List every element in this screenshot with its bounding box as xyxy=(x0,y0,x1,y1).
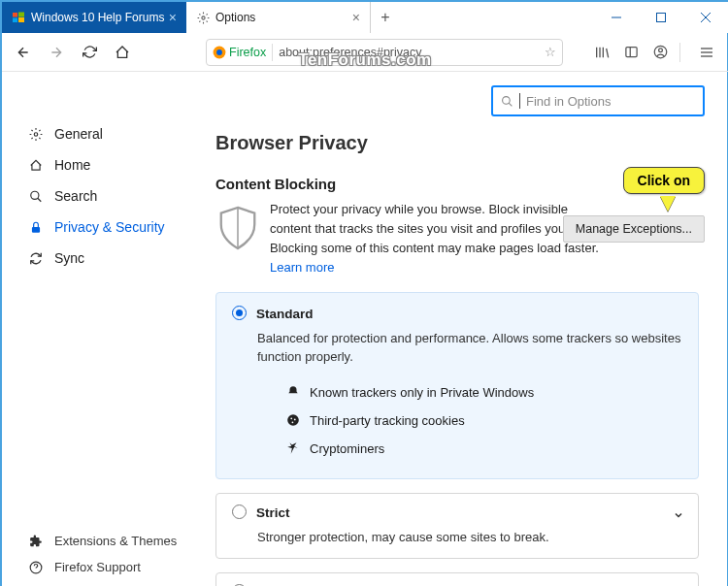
svg-rect-6 xyxy=(657,14,666,22)
sidebar-item-privacy[interactable]: Privacy & Security xyxy=(2,212,188,243)
svg-line-24 xyxy=(509,103,512,106)
identity-block[interactable]: Firefox xyxy=(213,46,266,59)
option-title: Strict xyxy=(256,505,290,520)
navigation-toolbar: Firefox about:preferences#privacy ☆ xyxy=(2,33,728,72)
sidebar-item-sync[interactable]: Sync xyxy=(2,243,188,274)
svg-point-25 xyxy=(287,414,299,426)
feature-label: Known trackers only in Private Windows xyxy=(310,385,534,400)
svg-rect-21 xyxy=(32,226,40,232)
tab-close-icon[interactable]: × xyxy=(352,10,360,25)
option-standard[interactable]: Standard Balanced for protection and per… xyxy=(215,292,699,479)
back-button[interactable] xyxy=(10,39,37,66)
option-desc: Balanced for protection and performance.… xyxy=(257,329,682,367)
feature-cookies: Third-party tracking cookies xyxy=(286,407,682,435)
intro-text: Protect your privacy while you browse. B… xyxy=(270,200,610,278)
toolbar-right xyxy=(569,39,720,66)
shield-icon xyxy=(215,204,260,252)
puzzle-icon xyxy=(29,535,43,548)
feature-label: Third-party tracking cookies xyxy=(310,413,465,428)
browser-tabs: Windows 10 Help Forums × Options × + xyxy=(2,2,594,33)
separator xyxy=(679,43,687,62)
option-custom[interactable]: Custom Choose what to block. xyxy=(215,572,699,586)
feature-trackers: Known trackers only in Private Windows xyxy=(286,378,682,407)
svg-point-4 xyxy=(201,16,204,18)
windows-favicon xyxy=(12,11,25,24)
tab-label: Windows 10 Help Forums xyxy=(31,11,164,24)
preferences-content: Find in Options Browser Privacy Content … xyxy=(188,72,728,586)
sidebar-icon[interactable] xyxy=(617,39,645,66)
home-icon xyxy=(29,158,43,172)
trackers-icon xyxy=(286,385,300,399)
svg-point-19 xyxy=(31,191,39,199)
feature-cryptominers: Cryptominers xyxy=(286,435,682,463)
annotation-callout: Click on xyxy=(623,167,705,194)
sidebar-item-label: Home xyxy=(54,157,90,173)
page-title: Browser Privacy xyxy=(215,132,705,154)
sync-icon xyxy=(29,251,43,265)
tab-close-icon[interactable]: × xyxy=(169,10,177,25)
url-text: about:preferences#privacy xyxy=(279,46,421,59)
library-icon[interactable] xyxy=(588,39,615,66)
radio-strict[interactable] xyxy=(232,505,247,519)
radio-standard[interactable] xyxy=(232,306,247,320)
sidebar-item-label: General xyxy=(54,126,103,142)
help-icon xyxy=(29,561,43,574)
text-caret xyxy=(519,93,520,109)
learn-more-link[interactable]: Learn more xyxy=(270,260,334,275)
svg-rect-1 xyxy=(18,13,24,17)
svg-rect-0 xyxy=(13,13,17,17)
tab-label: Options xyxy=(215,11,255,24)
option-desc: Stronger protection, may cause some site… xyxy=(257,528,682,547)
svg-point-23 xyxy=(503,96,511,104)
option-title-row: Strict xyxy=(232,505,682,520)
svg-rect-11 xyxy=(625,48,636,57)
url-bar[interactable]: Firefox about:preferences#privacy ☆ xyxy=(206,39,563,66)
sidebar-item-label: Firefox Support xyxy=(54,560,141,574)
sidebar-extensions[interactable]: Extensions & Themes xyxy=(2,528,188,554)
new-tab-button[interactable]: + xyxy=(371,2,400,33)
svg-point-26 xyxy=(290,417,292,419)
option-strict[interactable]: Strict Stronger protection, may cause so… xyxy=(215,493,699,560)
divider xyxy=(272,44,273,61)
svg-rect-2 xyxy=(13,18,17,23)
minimize-button[interactable] xyxy=(594,2,639,33)
maximize-button[interactable] xyxy=(639,2,683,33)
identity-label: Firefox xyxy=(229,46,266,59)
tab-background[interactable]: Windows 10 Help Forums × xyxy=(2,2,186,33)
options-favicon xyxy=(196,11,210,24)
sidebar-item-general[interactable]: General xyxy=(2,118,188,149)
svg-line-20 xyxy=(38,198,42,202)
titlebar: Windows 10 Help Forums × Options × + xyxy=(2,2,728,33)
window-controls xyxy=(594,2,728,33)
menu-button[interactable] xyxy=(693,39,720,66)
svg-point-28 xyxy=(292,422,294,424)
standard-features: Known trackers only in Private Windows T… xyxy=(286,378,682,463)
cookies-icon xyxy=(286,413,300,427)
content-blocking-intro: Protect your privacy while you browse. B… xyxy=(215,200,705,278)
account-icon[interactable] xyxy=(646,39,674,66)
search-icon xyxy=(29,189,43,203)
chevron-down-icon[interactable] xyxy=(673,507,684,525)
cryptominers-icon xyxy=(286,441,300,455)
tab-active[interactable]: Options × xyxy=(186,2,371,33)
home-button[interactable] xyxy=(109,39,136,66)
search-placeholder: Find in Options xyxy=(526,94,611,109)
preferences-sidebar: General Home Search Privacy & Security S… xyxy=(2,72,188,586)
sidebar-item-label: Privacy & Security xyxy=(54,219,165,235)
sidebar-item-search[interactable]: Search xyxy=(2,180,188,212)
lock-icon xyxy=(29,220,43,234)
manage-exceptions-button[interactable]: Manage Exceptions... xyxy=(563,215,705,243)
find-in-options[interactable]: Find in Options xyxy=(491,85,705,116)
sidebar-item-home[interactable]: Home xyxy=(2,149,188,180)
search-icon xyxy=(501,95,513,108)
sidebar-item-label: Extensions & Themes xyxy=(54,534,177,548)
feature-label: Cryptominers xyxy=(310,441,384,456)
forward-button[interactable] xyxy=(43,39,70,66)
bookmark-star-icon[interactable]: ☆ xyxy=(545,45,556,59)
option-title-row: Standard xyxy=(232,307,682,321)
close-window-button[interactable] xyxy=(683,2,728,33)
svg-point-18 xyxy=(34,132,38,136)
reload-button[interactable] xyxy=(76,39,103,66)
svg-point-27 xyxy=(294,419,296,421)
sidebar-support[interactable]: Firefox Support xyxy=(2,554,188,580)
